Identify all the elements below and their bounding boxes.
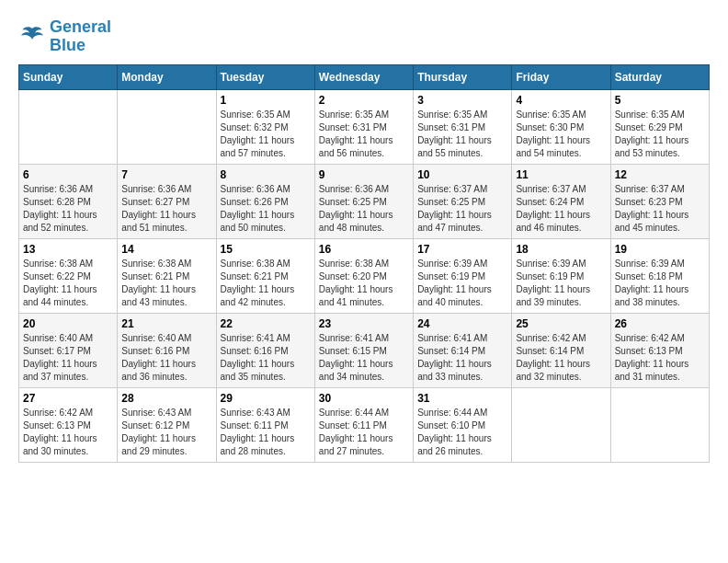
calendar-cell: 23Sunrise: 6:41 AM Sunset: 6:15 PM Dayli… (314, 313, 413, 387)
day-info: Sunrise: 6:40 AM Sunset: 6:16 PM Dayligh… (121, 332, 211, 384)
calendar-cell (19, 89, 118, 164)
day-number: 6 (23, 168, 113, 181)
day-number: 27 (23, 392, 113, 405)
day-number: 7 (121, 168, 211, 181)
day-info: Sunrise: 6:37 AM Sunset: 6:25 PM Dayligh… (417, 183, 507, 235)
weekday-header-tuesday: Tuesday (216, 64, 314, 89)
day-number: 8 (221, 168, 311, 181)
weekday-header-saturday: Saturday (610, 64, 709, 89)
day-number: 19 (615, 243, 705, 256)
day-number: 29 (221, 392, 311, 405)
calendar-cell: 11Sunrise: 6:37 AM Sunset: 6:24 PM Dayli… (512, 164, 610, 238)
day-info: Sunrise: 6:42 AM Sunset: 6:14 PM Dayligh… (516, 332, 606, 384)
day-info: Sunrise: 6:37 AM Sunset: 6:23 PM Dayligh… (615, 183, 705, 235)
calendar-cell: 4Sunrise: 6:35 AM Sunset: 6:30 PM Daylig… (512, 89, 610, 164)
calendar-cell: 21Sunrise: 6:40 AM Sunset: 6:16 PM Dayli… (118, 313, 216, 387)
day-number: 2 (319, 94, 409, 107)
day-number: 30 (319, 392, 409, 405)
day-number: 3 (417, 94, 507, 107)
day-number: 20 (23, 317, 113, 330)
calendar-cell: 10Sunrise: 6:37 AM Sunset: 6:25 PM Dayli… (414, 164, 512, 238)
calendar-cell: 24Sunrise: 6:41 AM Sunset: 6:14 PM Dayli… (414, 313, 512, 387)
day-info: Sunrise: 6:41 AM Sunset: 6:14 PM Dayligh… (417, 332, 507, 384)
calendar-cell: 13Sunrise: 6:38 AM Sunset: 6:22 PM Dayli… (19, 238, 118, 313)
calendar-cell: 14Sunrise: 6:38 AM Sunset: 6:21 PM Dayli… (118, 238, 216, 313)
logo-text: General Blue (50, 18, 111, 55)
calendar-cell: 5Sunrise: 6:35 AM Sunset: 6:29 PM Daylig… (610, 89, 709, 164)
day-number: 14 (121, 243, 211, 256)
calendar-cell (610, 387, 709, 462)
weekday-header-monday: Monday (118, 64, 216, 89)
day-info: Sunrise: 6:35 AM Sunset: 6:29 PM Dayligh… (615, 109, 705, 160)
day-number: 13 (23, 243, 113, 256)
day-number: 15 (221, 243, 311, 256)
day-number: 22 (221, 317, 311, 330)
day-number: 9 (319, 168, 409, 181)
calendar-cell: 25Sunrise: 6:42 AM Sunset: 6:14 PM Dayli… (512, 313, 610, 387)
day-number: 21 (121, 317, 211, 330)
calendar-cell: 26Sunrise: 6:42 AM Sunset: 6:13 PM Dayli… (610, 313, 709, 387)
calendar-cell: 8Sunrise: 6:36 AM Sunset: 6:26 PM Daylig… (216, 164, 314, 238)
week-row-4: 20Sunrise: 6:40 AM Sunset: 6:17 PM Dayli… (19, 313, 710, 387)
day-number: 4 (516, 94, 606, 107)
day-number: 12 (615, 168, 705, 181)
day-info: Sunrise: 6:43 AM Sunset: 6:11 PM Dayligh… (221, 407, 311, 458)
week-row-3: 13Sunrise: 6:38 AM Sunset: 6:22 PM Dayli… (19, 238, 710, 313)
day-number: 28 (121, 392, 211, 405)
calendar-cell: 29Sunrise: 6:43 AM Sunset: 6:11 PM Dayli… (216, 387, 314, 462)
day-number: 23 (319, 317, 409, 330)
day-number: 24 (417, 317, 507, 330)
day-info: Sunrise: 6:38 AM Sunset: 6:21 PM Dayligh… (121, 258, 211, 309)
day-info: Sunrise: 6:41 AM Sunset: 6:15 PM Dayligh… (319, 332, 409, 384)
day-number: 5 (615, 94, 705, 107)
day-info: Sunrise: 6:38 AM Sunset: 6:21 PM Dayligh… (221, 258, 311, 309)
day-number: 17 (417, 243, 507, 256)
calendar-cell: 17Sunrise: 6:39 AM Sunset: 6:19 PM Dayli… (414, 238, 512, 313)
calendar-cell (512, 387, 610, 462)
calendar-cell: 19Sunrise: 6:39 AM Sunset: 6:18 PM Dayli… (610, 238, 709, 313)
logo: General Blue (18, 18, 111, 55)
day-info: Sunrise: 6:42 AM Sunset: 6:13 PM Dayligh… (615, 332, 705, 384)
day-info: Sunrise: 6:35 AM Sunset: 6:32 PM Dayligh… (221, 109, 311, 160)
day-number: 1 (221, 94, 311, 107)
day-info: Sunrise: 6:37 AM Sunset: 6:24 PM Dayligh… (516, 183, 606, 235)
day-info: Sunrise: 6:39 AM Sunset: 6:19 PM Dayligh… (417, 258, 507, 309)
calendar-cell: 30Sunrise: 6:44 AM Sunset: 6:11 PM Dayli… (314, 387, 413, 462)
calendar-cell: 2Sunrise: 6:35 AM Sunset: 6:31 PM Daylig… (314, 89, 413, 164)
day-info: Sunrise: 6:39 AM Sunset: 6:18 PM Dayligh… (615, 258, 705, 309)
weekday-header-row: SundayMondayTuesdayWednesdayThursdayFrid… (19, 64, 710, 89)
day-info: Sunrise: 6:36 AM Sunset: 6:26 PM Dayligh… (221, 183, 311, 235)
calendar-cell: 6Sunrise: 6:36 AM Sunset: 6:28 PM Daylig… (19, 164, 118, 238)
day-info: Sunrise: 6:35 AM Sunset: 6:31 PM Dayligh… (417, 109, 507, 160)
day-info: Sunrise: 6:44 AM Sunset: 6:11 PM Dayligh… (319, 407, 409, 458)
week-row-2: 6Sunrise: 6:36 AM Sunset: 6:28 PM Daylig… (19, 164, 710, 238)
calendar-cell: 31Sunrise: 6:44 AM Sunset: 6:10 PM Dayli… (414, 387, 512, 462)
day-info: Sunrise: 6:39 AM Sunset: 6:19 PM Dayligh… (516, 258, 606, 309)
calendar-cell: 22Sunrise: 6:41 AM Sunset: 6:16 PM Dayli… (216, 313, 314, 387)
day-info: Sunrise: 6:36 AM Sunset: 6:28 PM Dayligh… (23, 183, 113, 235)
day-number: 26 (615, 317, 705, 330)
day-number: 16 (319, 243, 409, 256)
page-header: General Blue (18, 18, 710, 55)
weekday-header-wednesday: Wednesday (314, 64, 413, 89)
day-number: 11 (516, 168, 606, 181)
calendar-cell: 7Sunrise: 6:36 AM Sunset: 6:27 PM Daylig… (118, 164, 216, 238)
day-number: 18 (516, 243, 606, 256)
calendar-cell: 3Sunrise: 6:35 AM Sunset: 6:31 PM Daylig… (414, 89, 512, 164)
day-info: Sunrise: 6:38 AM Sunset: 6:22 PM Dayligh… (23, 258, 113, 309)
calendar-cell: 9Sunrise: 6:36 AM Sunset: 6:25 PM Daylig… (314, 164, 413, 238)
day-info: Sunrise: 6:44 AM Sunset: 6:10 PM Dayligh… (417, 407, 507, 458)
calendar-cell: 15Sunrise: 6:38 AM Sunset: 6:21 PM Dayli… (216, 238, 314, 313)
calendar-cell: 12Sunrise: 6:37 AM Sunset: 6:23 PM Dayli… (610, 164, 709, 238)
calendar-cell: 16Sunrise: 6:38 AM Sunset: 6:20 PM Dayli… (314, 238, 413, 313)
day-info: Sunrise: 6:38 AM Sunset: 6:20 PM Dayligh… (319, 258, 409, 309)
weekday-header-friday: Friday (512, 64, 610, 89)
day-number: 25 (516, 317, 606, 330)
day-info: Sunrise: 6:43 AM Sunset: 6:12 PM Dayligh… (121, 407, 211, 458)
weekday-header-thursday: Thursday (414, 64, 512, 89)
day-info: Sunrise: 6:42 AM Sunset: 6:13 PM Dayligh… (23, 407, 113, 458)
day-info: Sunrise: 6:36 AM Sunset: 6:27 PM Dayligh… (121, 183, 211, 235)
day-number: 10 (417, 168, 507, 181)
calendar-cell (118, 89, 216, 164)
calendar-cell: 20Sunrise: 6:40 AM Sunset: 6:17 PM Dayli… (19, 313, 118, 387)
